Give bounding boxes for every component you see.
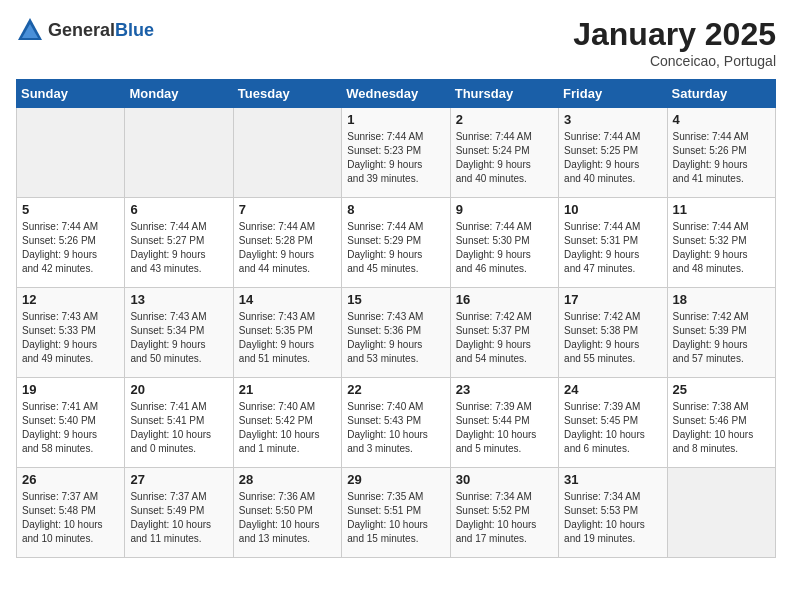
day-number: 2 <box>456 112 553 127</box>
day-info: Sunrise: 7:44 AM Sunset: 5:32 PM Dayligh… <box>673 220 770 276</box>
day-number: 12 <box>22 292 119 307</box>
day-number: 10 <box>564 202 661 217</box>
day-info: Sunrise: 7:41 AM Sunset: 5:41 PM Dayligh… <box>130 400 227 456</box>
calendar-cell: 27Sunrise: 7:37 AM Sunset: 5:49 PM Dayli… <box>125 468 233 558</box>
day-info: Sunrise: 7:44 AM Sunset: 5:26 PM Dayligh… <box>673 130 770 186</box>
calendar-cell: 17Sunrise: 7:42 AM Sunset: 5:38 PM Dayli… <box>559 288 667 378</box>
header-day-wednesday: Wednesday <box>342 80 450 108</box>
day-number: 1 <box>347 112 444 127</box>
day-info: Sunrise: 7:44 AM Sunset: 5:28 PM Dayligh… <box>239 220 336 276</box>
calendar-cell: 5Sunrise: 7:44 AM Sunset: 5:26 PM Daylig… <box>17 198 125 288</box>
calendar-body: 1Sunrise: 7:44 AM Sunset: 5:23 PM Daylig… <box>17 108 776 558</box>
day-number: 16 <box>456 292 553 307</box>
calendar-cell: 12Sunrise: 7:43 AM Sunset: 5:33 PM Dayli… <box>17 288 125 378</box>
day-info: Sunrise: 7:42 AM Sunset: 5:37 PM Dayligh… <box>456 310 553 366</box>
logo-text-blue: Blue <box>115 20 154 40</box>
day-info: Sunrise: 7:43 AM Sunset: 5:36 PM Dayligh… <box>347 310 444 366</box>
day-number: 13 <box>130 292 227 307</box>
day-number: 28 <box>239 472 336 487</box>
calendar-cell <box>667 468 775 558</box>
calendar-cell: 4Sunrise: 7:44 AM Sunset: 5:26 PM Daylig… <box>667 108 775 198</box>
day-info: Sunrise: 7:44 AM Sunset: 5:31 PM Dayligh… <box>564 220 661 276</box>
day-number: 17 <box>564 292 661 307</box>
day-info: Sunrise: 7:44 AM Sunset: 5:27 PM Dayligh… <box>130 220 227 276</box>
day-number: 30 <box>456 472 553 487</box>
day-info: Sunrise: 7:36 AM Sunset: 5:50 PM Dayligh… <box>239 490 336 546</box>
day-number: 14 <box>239 292 336 307</box>
calendar-cell: 31Sunrise: 7:34 AM Sunset: 5:53 PM Dayli… <box>559 468 667 558</box>
day-info: Sunrise: 7:39 AM Sunset: 5:45 PM Dayligh… <box>564 400 661 456</box>
day-number: 22 <box>347 382 444 397</box>
calendar-cell <box>125 108 233 198</box>
day-number: 18 <box>673 292 770 307</box>
day-number: 21 <box>239 382 336 397</box>
calendar-cell: 6Sunrise: 7:44 AM Sunset: 5:27 PM Daylig… <box>125 198 233 288</box>
header-day-tuesday: Tuesday <box>233 80 341 108</box>
calendar-cell: 25Sunrise: 7:38 AM Sunset: 5:46 PM Dayli… <box>667 378 775 468</box>
day-number: 25 <box>673 382 770 397</box>
calendar-cell: 29Sunrise: 7:35 AM Sunset: 5:51 PM Dayli… <box>342 468 450 558</box>
day-info: Sunrise: 7:44 AM Sunset: 5:29 PM Dayligh… <box>347 220 444 276</box>
day-info: Sunrise: 7:38 AM Sunset: 5:46 PM Dayligh… <box>673 400 770 456</box>
day-info: Sunrise: 7:40 AM Sunset: 5:43 PM Dayligh… <box>347 400 444 456</box>
header-day-sunday: Sunday <box>17 80 125 108</box>
day-info: Sunrise: 7:41 AM Sunset: 5:40 PM Dayligh… <box>22 400 119 456</box>
header-day-thursday: Thursday <box>450 80 558 108</box>
calendar-cell: 19Sunrise: 7:41 AM Sunset: 5:40 PM Dayli… <box>17 378 125 468</box>
day-number: 20 <box>130 382 227 397</box>
calendar-cell: 11Sunrise: 7:44 AM Sunset: 5:32 PM Dayli… <box>667 198 775 288</box>
day-info: Sunrise: 7:44 AM Sunset: 5:23 PM Dayligh… <box>347 130 444 186</box>
day-number: 24 <box>564 382 661 397</box>
calendar-header: SundayMondayTuesdayWednesdayThursdayFrid… <box>17 80 776 108</box>
day-number: 27 <box>130 472 227 487</box>
week-row-4: 19Sunrise: 7:41 AM Sunset: 5:40 PM Dayli… <box>17 378 776 468</box>
day-info: Sunrise: 7:34 AM Sunset: 5:53 PM Dayligh… <box>564 490 661 546</box>
calendar-cell: 28Sunrise: 7:36 AM Sunset: 5:50 PM Dayli… <box>233 468 341 558</box>
day-info: Sunrise: 7:35 AM Sunset: 5:51 PM Dayligh… <box>347 490 444 546</box>
day-number: 8 <box>347 202 444 217</box>
day-info: Sunrise: 7:44 AM Sunset: 5:24 PM Dayligh… <box>456 130 553 186</box>
calendar-cell: 20Sunrise: 7:41 AM Sunset: 5:41 PM Dayli… <box>125 378 233 468</box>
day-number: 6 <box>130 202 227 217</box>
day-number: 15 <box>347 292 444 307</box>
day-info: Sunrise: 7:44 AM Sunset: 5:30 PM Dayligh… <box>456 220 553 276</box>
calendar-cell: 3Sunrise: 7:44 AM Sunset: 5:25 PM Daylig… <box>559 108 667 198</box>
day-number: 9 <box>456 202 553 217</box>
day-info: Sunrise: 7:44 AM Sunset: 5:26 PM Dayligh… <box>22 220 119 276</box>
day-info: Sunrise: 7:44 AM Sunset: 5:25 PM Dayligh… <box>564 130 661 186</box>
calendar-table: SundayMondayTuesdayWednesdayThursdayFrid… <box>16 79 776 558</box>
day-number: 11 <box>673 202 770 217</box>
logo-text-general: General <box>48 20 115 40</box>
header-row: SundayMondayTuesdayWednesdayThursdayFrid… <box>17 80 776 108</box>
day-info: Sunrise: 7:37 AM Sunset: 5:49 PM Dayligh… <box>130 490 227 546</box>
day-number: 26 <box>22 472 119 487</box>
logo-icon <box>16 16 44 44</box>
day-info: Sunrise: 7:39 AM Sunset: 5:44 PM Dayligh… <box>456 400 553 456</box>
header-day-saturday: Saturday <box>667 80 775 108</box>
day-info: Sunrise: 7:43 AM Sunset: 5:34 PM Dayligh… <box>130 310 227 366</box>
day-number: 4 <box>673 112 770 127</box>
day-number: 29 <box>347 472 444 487</box>
calendar-cell: 18Sunrise: 7:42 AM Sunset: 5:39 PM Dayli… <box>667 288 775 378</box>
logo: GeneralBlue <box>16 16 154 44</box>
calendar-cell: 22Sunrise: 7:40 AM Sunset: 5:43 PM Dayli… <box>342 378 450 468</box>
calendar-title: January 2025 <box>573 16 776 53</box>
title-block: January 2025 Conceicao, Portugal <box>573 16 776 69</box>
header-day-monday: Monday <box>125 80 233 108</box>
day-number: 31 <box>564 472 661 487</box>
calendar-cell <box>17 108 125 198</box>
week-row-5: 26Sunrise: 7:37 AM Sunset: 5:48 PM Dayli… <box>17 468 776 558</box>
calendar-cell: 7Sunrise: 7:44 AM Sunset: 5:28 PM Daylig… <box>233 198 341 288</box>
calendar-cell: 30Sunrise: 7:34 AM Sunset: 5:52 PM Dayli… <box>450 468 558 558</box>
week-row-1: 1Sunrise: 7:44 AM Sunset: 5:23 PM Daylig… <box>17 108 776 198</box>
calendar-cell: 23Sunrise: 7:39 AM Sunset: 5:44 PM Dayli… <box>450 378 558 468</box>
calendar-cell: 14Sunrise: 7:43 AM Sunset: 5:35 PM Dayli… <box>233 288 341 378</box>
calendar-cell: 21Sunrise: 7:40 AM Sunset: 5:42 PM Dayli… <box>233 378 341 468</box>
calendar-cell: 10Sunrise: 7:44 AM Sunset: 5:31 PM Dayli… <box>559 198 667 288</box>
calendar-cell <box>233 108 341 198</box>
day-number: 7 <box>239 202 336 217</box>
day-info: Sunrise: 7:42 AM Sunset: 5:39 PM Dayligh… <box>673 310 770 366</box>
calendar-cell: 2Sunrise: 7:44 AM Sunset: 5:24 PM Daylig… <box>450 108 558 198</box>
week-row-2: 5Sunrise: 7:44 AM Sunset: 5:26 PM Daylig… <box>17 198 776 288</box>
day-info: Sunrise: 7:43 AM Sunset: 5:35 PM Dayligh… <box>239 310 336 366</box>
